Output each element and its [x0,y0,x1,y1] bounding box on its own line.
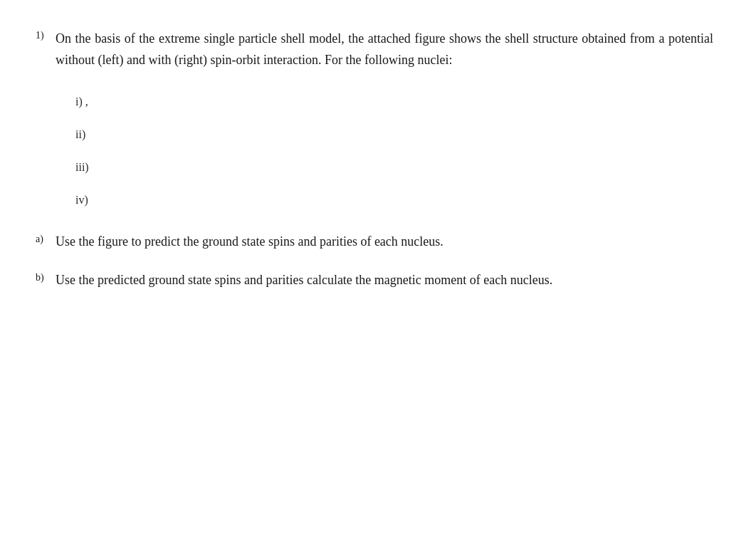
sub-item-label: ii) [75,128,85,140]
sub-part-b-label: b) [36,270,56,283]
list-item: iv) [75,192,713,209]
question-block: 1) On the basis of the extreme single pa… [36,28,713,71]
sub-part-a-label: a) [36,231,56,245]
sub-item-label: iv) [75,194,88,206]
sub-part-a-block: a) Use the figure to predict the ground … [36,231,713,253]
sub-part-a-text: Use the figure to predict the ground sta… [56,231,443,253]
page-content: 1) On the basis of the extreme single pa… [36,28,713,291]
question-main-text: On the basis of the extreme single parti… [56,28,713,71]
sub-item-label: i) , [75,95,88,108]
sub-items-list: i) , ii) iii) iv) [75,93,713,209]
list-item: iii) [75,159,713,176]
sub-part-b-text: Use the predicted ground state spins and… [56,270,552,291]
question-number: 1) [36,28,56,41]
sub-item-label: iii) [75,161,89,173]
list-item: i) , [75,93,713,110]
list-item: ii) [75,126,713,143]
sub-part-b-block: b) Use the predicted ground state spins … [36,270,713,291]
